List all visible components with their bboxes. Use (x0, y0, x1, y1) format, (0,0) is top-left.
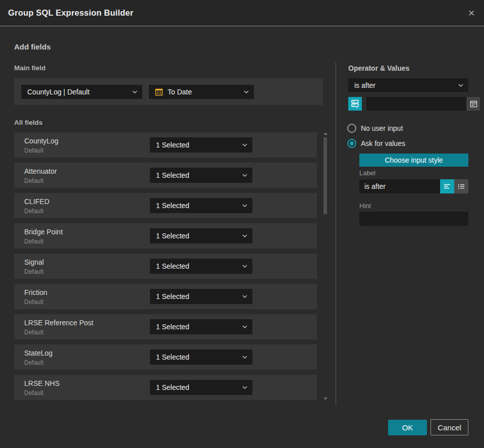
radio-no-user-input-label: No user input (361, 124, 403, 132)
field-sub: Default (24, 177, 43, 184)
choose-input-style-button[interactable]: Choose input style (359, 154, 468, 167)
field-row: Friction Default 1 Selected (14, 284, 317, 309)
dialog-title: Group SQL Expression Builder (8, 8, 133, 18)
chevron-down-icon (242, 295, 247, 298)
field-sub: Default (24, 208, 43, 215)
field-select-value: 1 Selected (156, 141, 238, 149)
field-sub: Default (24, 389, 43, 396)
titlebar: Group SQL Expression Builder ✕ (0, 0, 484, 26)
ok-button[interactable]: OK (388, 420, 427, 435)
chevron-down-icon (244, 90, 249, 93)
group-sql-expression-builder-dialog: Group SQL Expression Builder ✕ Add field… (0, 0, 484, 448)
radio-ask-for-values[interactable]: Ask for values (347, 139, 405, 148)
radio-ask-for-values-label: Ask for values (361, 139, 405, 147)
all-fields-list: CountyLog Default 1 Selected Attenuator … (14, 132, 317, 405)
label-field-label: Label (359, 169, 375, 177)
scroll-up-arrow-icon[interactable] (324, 132, 328, 135)
chevron-down-icon (242, 204, 247, 207)
value-input-row (348, 97, 468, 111)
main-field-panel: CountyLog | Default To Date (14, 78, 323, 105)
hint-field-label: Hint (359, 202, 371, 210)
field-row: LRSE NHS Default 1 Selected (14, 375, 317, 400)
radio-no-user-input[interactable]: No user input (347, 124, 403, 133)
operator-dropdown[interactable]: is after (348, 78, 468, 92)
field-selected-dropdown[interactable]: 1 Selected (150, 198, 252, 213)
field-select-value: 1 Selected (156, 292, 238, 301)
scrollbar-thumb[interactable] (324, 137, 327, 214)
label-input-row (359, 179, 468, 193)
field-row: CountyLog Default 1 Selected (14, 132, 317, 158)
chevron-down-icon (242, 143, 247, 146)
chevron-down-icon (242, 174, 247, 177)
field-sub: Default (24, 238, 43, 245)
field-select-value: 1 Selected (156, 171, 238, 179)
operator-dropdown-value: is after (354, 81, 454, 89)
operator-values-heading: Operator & Values (348, 64, 409, 72)
field-row: Bridge Point Default 1 Selected (14, 223, 317, 248)
field-name: CountyLog (24, 137, 59, 145)
close-icon[interactable]: ✕ (465, 7, 478, 20)
field-sub: Default (24, 298, 43, 306)
field-sub: Default (24, 147, 43, 154)
field-name: Signal (24, 258, 44, 266)
field-name: Bridge Point (24, 228, 63, 236)
chevron-down-icon (242, 234, 247, 237)
field-selected-dropdown[interactable]: 1 Selected (150, 319, 252, 334)
value-source-button[interactable] (348, 97, 362, 111)
align-left-icon (443, 182, 451, 190)
chevron-down-icon (242, 356, 247, 359)
field-sub: Default (24, 268, 43, 275)
add-fields-heading: Add fields (14, 42, 51, 51)
chevron-down-icon (242, 386, 247, 389)
list-scrollbar[interactable] (323, 131, 328, 401)
list-style-button[interactable] (454, 179, 468, 193)
vertical-divider (336, 62, 336, 405)
field-selected-dropdown[interactable]: 1 Selected (150, 380, 252, 395)
chevron-down-icon (242, 265, 247, 268)
field-name: StateLog (24, 349, 52, 357)
field-sub: Default (24, 359, 43, 366)
field-row: StateLog Default 1 Selected (14, 344, 317, 370)
value-input[interactable] (366, 97, 466, 111)
field-select-value: 1 Selected (156, 323, 238, 331)
field-select-value: 1 Selected (156, 232, 238, 240)
radio-circle-icon (347, 124, 356, 133)
all-fields-label: All fields (14, 119, 42, 126)
main-field-dropdown[interactable]: CountyLog | Default (21, 85, 142, 99)
field-select-value: 1 Selected (156, 383, 238, 391)
hint-input[interactable] (359, 212, 468, 226)
cancel-button[interactable]: Cancel (431, 419, 468, 435)
field-row: CLIFED Default 1 Selected (14, 193, 317, 218)
main-field-label: Main field (14, 64, 45, 72)
field-selected-dropdown[interactable]: 1 Selected (150, 350, 252, 365)
date-type-dropdown-value: To Date (168, 88, 240, 96)
field-select-value: 1 Selected (156, 202, 238, 210)
label-input[interactable] (359, 179, 440, 193)
date-type-dropdown[interactable]: To Date (149, 85, 254, 99)
field-name: LRSE Reference Post (24, 319, 93, 327)
field-selected-dropdown[interactable]: 1 Selected (150, 289, 252, 304)
field-selected-dropdown[interactable]: 1 Selected (150, 168, 252, 183)
field-selected-dropdown[interactable]: 1 Selected (150, 228, 252, 243)
scroll-down-arrow-icon[interactable] (324, 397, 328, 400)
field-name: Attenuator (24, 167, 57, 175)
field-selected-dropdown[interactable]: 1 Selected (150, 137, 252, 153)
field-name: Friction (24, 288, 47, 296)
field-sub: Default (24, 329, 43, 336)
radio-circle-icon (347, 139, 356, 148)
list-icon (457, 182, 465, 190)
chevron-down-icon (458, 84, 463, 87)
date-picker-button[interactable] (467, 97, 480, 111)
field-row: Attenuator Default 1 Selected (14, 163, 317, 188)
calendar-icon (155, 88, 163, 96)
field-name: CLIFED (24, 197, 49, 206)
calendar-icon (470, 100, 477, 108)
main-field-dropdown-value: CountyLog | Default (27, 88, 128, 96)
field-row: LRSE Reference Post Default 1 Selected (14, 314, 317, 339)
field-row: Signal Default 1 Selected (14, 254, 317, 279)
chevron-down-icon (242, 325, 247, 328)
single-line-style-button[interactable] (440, 179, 454, 193)
field-selected-dropdown[interactable]: 1 Selected (150, 259, 252, 274)
field-name: LRSE NHS (24, 379, 60, 387)
field-select-value: 1 Selected (156, 353, 238, 361)
